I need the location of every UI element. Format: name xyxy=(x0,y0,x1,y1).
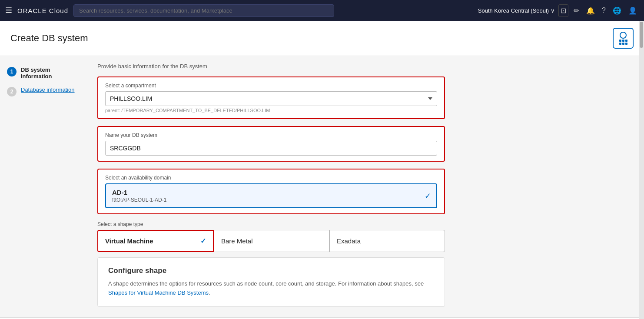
compartment-label: Select a compartment xyxy=(105,83,437,89)
configure-shape-desc: A shape determines the options for resou… xyxy=(108,279,434,298)
shape-option-ex-label: Exadata xyxy=(337,237,361,245)
cloud-shell-icon[interactable]: ⊡ xyxy=(558,4,568,17)
form-area: Provide basic information for the DB sys… xyxy=(87,56,644,317)
scroll-thumb[interactable] xyxy=(640,22,643,48)
top-nav: ☰ ORACLE Cloud South Korea Central (Seou… xyxy=(0,0,644,21)
help-icon[interactable]: ? xyxy=(600,5,607,16)
page-header: Create DB system xyxy=(0,21,644,56)
user-icon[interactable]: 👤 xyxy=(627,5,639,17)
oracle-logo: ORACLE Cloud xyxy=(17,7,68,14)
shape-option-bm-label: Bare Metal xyxy=(221,237,253,245)
shape-type-label: Select a shape type xyxy=(97,221,445,227)
compartment-select[interactable]: PHILLSOO.LIM xyxy=(105,91,437,106)
shape-option-virtual-machine[interactable]: Virtual Machine ✓ xyxy=(97,230,214,252)
content-area: 1 DB system information 2 Database infor… xyxy=(0,56,644,317)
search-input[interactable] xyxy=(73,4,334,17)
db-name-input[interactable] xyxy=(105,141,437,156)
shape-option-bare-metal[interactable]: Bare Metal xyxy=(214,230,329,252)
shape-option-exadata[interactable]: Exadata xyxy=(329,230,445,252)
shape-type-row: Virtual Machine ✓ Bare Metal Exadata xyxy=(97,230,445,252)
language-icon[interactable]: 🌐 xyxy=(611,5,623,17)
page-wrapper: Create DB system 1 DB system information… xyxy=(0,21,644,319)
steps-sidebar: 1 DB system information 2 Database infor… xyxy=(0,56,87,317)
edit-icon[interactable]: ✏ xyxy=(572,5,581,17)
help-dots-icon xyxy=(619,40,627,45)
db-name-label: Name your DB system xyxy=(105,132,437,138)
footer-actions: Next Cancel xyxy=(0,317,644,319)
configure-shape-link[interactable]: Shapes for Virtual Machine DB Systems xyxy=(108,289,209,296)
availability-domain-section: Select an availability domain AD-1 fttO:… xyxy=(97,169,445,214)
help-circle-icon xyxy=(620,32,627,39)
help-panel-button[interactable] xyxy=(613,28,634,49)
nav-right: South Korea Central (Seoul) ∨ ⊡ ✏ 🔔 ? 🌐 … xyxy=(478,4,639,17)
step-2-label[interactable]: Database information xyxy=(21,86,75,93)
hamburger-icon[interactable]: ☰ xyxy=(5,6,12,15)
ad-check-icon: ✓ xyxy=(425,191,431,201)
notification-icon[interactable]: 🔔 xyxy=(584,5,597,17)
ad-option-sub: fttO:AP-SEOUL-1-AD-1 xyxy=(112,197,430,203)
step-2-circle: 2 xyxy=(7,87,17,96)
db-name-section: Name your DB system xyxy=(97,126,445,162)
form-subtitle: Provide basic information for the DB sys… xyxy=(97,63,634,70)
configure-shape-title: Configure shape xyxy=(108,266,434,275)
shape-option-vm-label: Virtual Machine xyxy=(105,237,153,245)
step-1[interactable]: 1 DB system information xyxy=(7,66,80,80)
ad-option-name: AD-1 xyxy=(112,189,430,196)
page-title: Create DB system xyxy=(10,33,88,44)
step-2[interactable]: 2 Database information xyxy=(7,86,80,96)
chevron-down-icon: ∨ xyxy=(551,7,555,14)
step-1-label: DB system information xyxy=(21,66,80,80)
shape-type-section: Select a shape type Virtual Machine ✓ Ba… xyxy=(97,221,445,252)
compartment-section: Select a compartment PHILLSOO.LIM parent… xyxy=(97,76,445,119)
availability-domain-label: Select an availability domain xyxy=(105,175,437,181)
ad-option-1[interactable]: AD-1 fttO:AP-SEOUL-1-AD-1 ✓ xyxy=(105,183,437,208)
scrollbar[interactable] xyxy=(639,21,644,319)
region-selector[interactable]: South Korea Central (Seoul) ∨ xyxy=(478,7,555,14)
compartment-hint: parent: /TEMPORARY_COMPARTMENT_TO_BE_DEL… xyxy=(105,108,437,113)
step-1-circle: 1 xyxy=(7,67,17,76)
configure-shape-box: Configure shape A shape determines the o… xyxy=(97,257,445,307)
shape-vm-check-icon: ✓ xyxy=(200,237,206,245)
